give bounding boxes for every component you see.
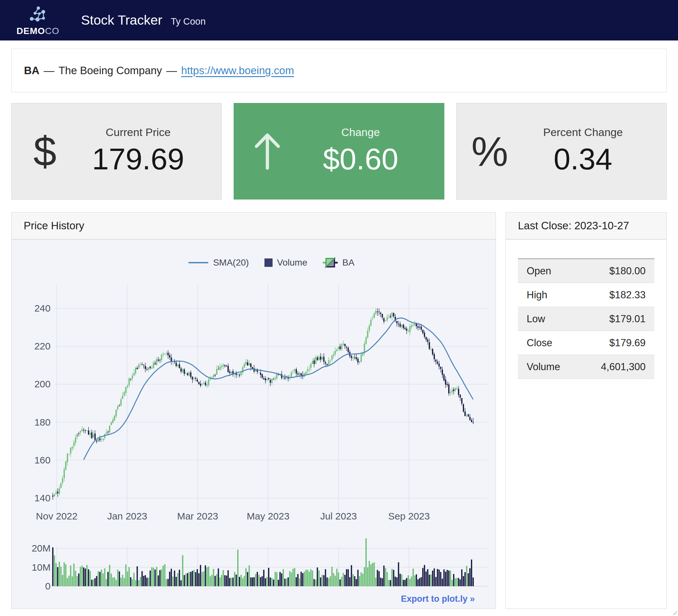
svg-text:Mar 2023: Mar 2023	[177, 511, 218, 522]
legend-item-volume[interactable]: Volume	[264, 257, 307, 268]
svg-text:240: 240	[34, 303, 50, 314]
svg-text:220: 220	[34, 341, 50, 352]
row-label: Close	[527, 337, 552, 349]
chart-legend: SMA(20) Volume BA	[55, 257, 488, 268]
row-value: $180.00	[609, 265, 646, 277]
volume-swatch	[264, 258, 272, 267]
percent-icon: %	[457, 128, 523, 175]
change-card: Change $0.60	[234, 103, 444, 200]
legend-label: BA	[342, 257, 354, 268]
stats-row: $ Current Price 179.69 Change $0.60 % Pe…	[11, 103, 667, 200]
democo-logo: DEMOCO	[13, 4, 62, 36]
table-row: Open$180.00	[518, 259, 654, 283]
legend-item-sma[interactable]: SMA(20)	[188, 257, 249, 268]
arrow-up-icon	[234, 130, 300, 172]
svg-text:0: 0	[45, 581, 50, 591]
export-plotly-link[interactable]: Export to plot.ly »	[401, 594, 475, 604]
row-value: $182.33	[609, 289, 646, 301]
stat-label: Percent Change	[523, 126, 643, 138]
price-history-title: Price History	[12, 212, 495, 240]
table-row: Close$179.69	[518, 331, 654, 355]
percent-change-value: 0.34	[523, 142, 643, 176]
table-row: Low$179.01	[518, 307, 654, 331]
row-label: Volume	[527, 361, 560, 373]
current-price-value: 179.69	[78, 142, 198, 176]
dash-separator: —	[166, 65, 177, 77]
company-bar: BA — The Boeing Company — https://www.bo…	[11, 49, 667, 92]
percent-change-card: % Percent Change 0.34	[456, 103, 667, 200]
stat-label: Change	[300, 126, 420, 138]
legend-label: SMA(20)	[213, 257, 249, 268]
svg-text:200: 200	[34, 379, 50, 389]
candlestick-swatch	[323, 257, 338, 268]
company-name: The Boeing Company	[59, 65, 162, 77]
dash-separator: —	[44, 65, 54, 77]
dollar-icon: $	[12, 128, 78, 175]
price-chart-area[interactable]: SMA(20) Volume BA 140160180200220240N	[12, 240, 495, 609]
price-history-panel: Price History SMA(20) Volume	[11, 212, 496, 609]
legend-item-ba[interactable]: BA	[323, 257, 354, 268]
page-title: Stock Tracker	[81, 13, 162, 28]
company-website-link[interactable]: https://www.boeing.com	[181, 65, 294, 77]
svg-text:160: 160	[34, 455, 50, 465]
logo-text-light: CO	[45, 26, 59, 36]
svg-text:Jul 2023: Jul 2023	[320, 511, 357, 522]
company-symbol: BA	[24, 65, 40, 77]
molecule-icon	[28, 4, 48, 25]
sma-line-swatch	[188, 262, 209, 263]
stat-label: Current Price	[78, 126, 198, 138]
app-header: DEMOCO Stock Tracker Ty Coon	[0, 0, 678, 40]
svg-text:May 2023: May 2023	[247, 511, 290, 522]
row-value: 4,601,300	[601, 361, 646, 373]
legend-label: Volume	[277, 257, 307, 268]
resize-grip-icon[interactable]	[672, 610, 677, 615]
svg-text:Jan 2023: Jan 2023	[107, 511, 147, 522]
last-close-panel: Last Close: 2023-10-27 Open$180.00High$1…	[505, 212, 667, 609]
svg-text:20M: 20M	[32, 543, 50, 553]
candlestick-chart-canvas[interactable]: 140160180200220240Nov 2022Jan 2023Mar 20…	[12, 240, 495, 608]
row-label: Low	[527, 313, 545, 325]
row-label: Open	[527, 265, 551, 277]
row-value: $179.69	[609, 337, 646, 349]
change-value: $0.60	[300, 142, 420, 176]
row-label: High	[527, 289, 548, 301]
svg-text:180: 180	[34, 417, 50, 427]
svg-text:140: 140	[34, 493, 50, 503]
last-close-table: Open$180.00High$182.33Low$179.01Close$17…	[518, 258, 654, 379]
logo-text-bold: DEMO	[16, 26, 45, 36]
row-value: $179.01	[609, 313, 646, 325]
current-price-card: $ Current Price 179.69	[11, 103, 222, 200]
svg-text:10M: 10M	[32, 562, 50, 573]
svg-text:Nov 2022: Nov 2022	[36, 511, 77, 522]
logo-wordmark: DEMOCO	[16, 26, 59, 36]
svg-text:Sep 2023: Sep 2023	[388, 511, 430, 522]
table-row: Volume4,601,300	[518, 355, 654, 379]
last-close-title: Last Close: 2023-10-27	[506, 212, 666, 240]
table-row: High$182.33	[518, 283, 654, 307]
user-name: Ty Coon	[171, 16, 206, 27]
